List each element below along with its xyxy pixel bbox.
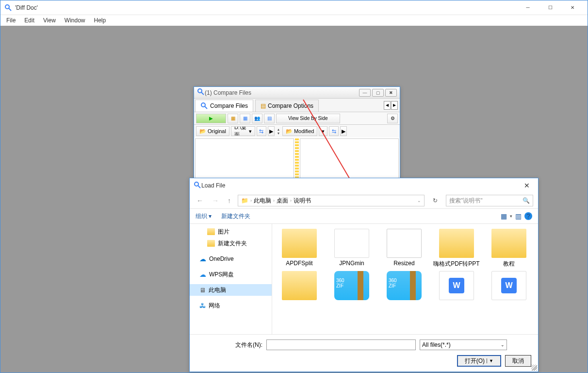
swap-button[interactable]: ⇆	[257, 126, 266, 136]
maximize-button[interactable]: ☐	[539, 0, 561, 15]
folder-thumb	[334, 229, 369, 258]
nav-up-button[interactable]: ↑	[226, 197, 233, 204]
tree-wps[interactable]: ☁WPS网盘	[190, 269, 272, 280]
toolbar-btn-3[interactable]: 👥	[252, 114, 262, 123]
toolbar-btn-2[interactable]: ▦	[240, 114, 250, 123]
svg-point-7	[195, 182, 198, 186]
file-item[interactable]	[276, 271, 323, 300]
onedrive-icon: ☁	[199, 255, 206, 263]
breadcrumb[interactable]: 📁 › 此电脑 › 桌面 › 说明书 ⌄	[238, 195, 425, 206]
crumb-desktop[interactable]: 桌面	[277, 197, 288, 205]
menu-file[interactable]: File	[2, 16, 19, 25]
compare-title-bar[interactable]: (1) Compare Files — ▢ ✖	[194, 87, 400, 99]
file-item[interactable]: APDFSplit	[276, 229, 323, 268]
app-icon	[4, 4, 12, 12]
compare-files-icon	[200, 102, 208, 110]
menu-view[interactable]: View	[39, 16, 60, 25]
organize-button[interactable]: 组织 ▾	[196, 212, 212, 220]
file-item[interactable]	[433, 271, 480, 300]
dialog-title-bar[interactable]: Load File ✕	[190, 178, 538, 193]
menu-edit[interactable]: Edit	[20, 16, 38, 25]
dialog-button-row: 打开(O)▼ 取消	[196, 355, 531, 367]
child-minimize-button[interactable]: —	[359, 89, 371, 97]
filetype-filter[interactable]: All files(*.*)⌄	[420, 339, 507, 350]
options-icon: ▤	[261, 102, 266, 109]
folder-icon	[207, 228, 215, 235]
file-item[interactable]: Resized	[381, 229, 427, 268]
vertical-separator: ▲▼	[276, 126, 281, 136]
svg-point-0	[5, 5, 9, 9]
nav-right-small[interactable]: ▶	[268, 126, 275, 136]
tab-compare-options[interactable]: ▤ Compare Options	[255, 100, 319, 112]
close-button[interactable]: ✕	[561, 0, 584, 15]
folder-tree: 图片 新建文件夹 ☁OneDrive ☁WPS网盘 🖥此电脑 🖧网络	[190, 224, 272, 334]
file-item[interactable]: 教程	[486, 229, 532, 268]
nav-right-small-2[interactable]: ▶	[340, 126, 347, 136]
settings-button[interactable]: ⚙	[387, 114, 398, 123]
tree-new-folder[interactable]: 新建文件夹	[190, 237, 272, 249]
navigation-row: ← → ↑ 📁 › 此电脑 › 桌面 › 说明书 ⌄ ↻ 搜索"说明书" 🔍	[190, 193, 538, 208]
toolbar-btn-4[interactable]: ▤	[264, 114, 275, 123]
file-grid[interactable]: APDFSplit JPNGmin Resized 嗨格式PDF转PPT 教程	[272, 224, 538, 334]
file-item[interactable]	[486, 271, 532, 300]
menu-help[interactable]: Help	[90, 16, 110, 25]
tree-this-pc[interactable]: 🖥此电脑	[190, 284, 272, 296]
zip-thumb	[334, 271, 369, 300]
tab-compare-files[interactable]: Compare Files	[195, 100, 253, 112]
view-thumbnails-icon[interactable]: ▦	[501, 212, 507, 220]
dialog-bottom-panel: 文件名(N): All files(*.*)⌄ 打开(O)▼ 取消	[190, 334, 538, 372]
file-item[interactable]: JPNGmin	[328, 229, 375, 268]
folder-icon: 📁	[241, 197, 248, 204]
folder-icon: 📂	[199, 128, 206, 135]
word-thumb	[439, 271, 474, 300]
minimize-button[interactable]: ─	[517, 0, 539, 15]
tree-onedrive[interactable]: ☁OneDrive	[190, 253, 272, 265]
new-folder-button[interactable]: 新建文件夹	[221, 212, 250, 220]
file-path-row: 📂Original D:\桌面 ▾ ⇆ ▶ ▲▼ 📂Modified ▾ ⇆ ▶	[194, 125, 400, 137]
nav-back-button[interactable]: ←	[195, 197, 205, 204]
crumb-current[interactable]: 说明书	[294, 197, 311, 205]
tree-network[interactable]: 🖧网络	[190, 300, 272, 311]
menu-window[interactable]: Window	[61, 16, 89, 25]
tree-pictures[interactable]: 图片	[190, 226, 272, 237]
swap-button-right[interactable]: ⇆	[329, 126, 339, 136]
nav-forward-button[interactable]: →	[210, 197, 221, 204]
file-item[interactable]: 嗨格式PDF转PPT	[433, 229, 480, 268]
run-compare-button[interactable]: ▶	[196, 114, 226, 123]
modified-open-button[interactable]: 📂Modified	[282, 126, 318, 136]
search-placeholder: 搜索"说明书"	[449, 197, 483, 205]
resize-grip[interactable]	[531, 365, 537, 371]
tab-compare-options-label: Compare Options	[268, 102, 313, 109]
tab-nav-left[interactable]: ◀	[384, 101, 391, 110]
child-close-button[interactable]: ✖	[385, 89, 397, 97]
original-path-input[interactable]: D:\桌面 ▾	[231, 126, 255, 136]
original-open-button[interactable]: 📂Original	[196, 126, 229, 136]
load-file-dialog: Load File ✕ ← → ↑ 📁 › 此电脑 › 桌面 › 说明书 ⌄	[189, 178, 539, 372]
file-item[interactable]	[328, 271, 375, 300]
svg-line-5	[205, 106, 207, 109]
cancel-button[interactable]: 取消	[505, 355, 531, 367]
view-side-by-side-button[interactable]: View Side By Side	[276, 114, 340, 123]
organize-row: 组织 ▾ 新建文件夹 ▦ ▾ ▥ ?	[190, 208, 538, 224]
folder-icon	[207, 240, 215, 247]
tab-nav-right[interactable]: ▶	[391, 101, 398, 110]
open-button[interactable]: 打开(O)▼	[457, 355, 501, 367]
network-icon: 🖧	[199, 302, 206, 309]
dialog-close-button[interactable]: ✕	[520, 178, 534, 193]
child-maximize-button[interactable]: ▢	[372, 89, 384, 97]
filename-row: 文件名(N): All files(*.*)⌄	[196, 339, 531, 350]
view-details-icon[interactable]: ▥	[515, 212, 522, 220]
modified-path-dropdown[interactable]: ▾	[319, 126, 327, 136]
folder-thumb	[439, 229, 474, 258]
filename-input[interactable]	[266, 339, 416, 350]
crumb-this-pc[interactable]: 此电脑	[254, 197, 271, 205]
search-input[interactable]: 搜索"说明书" 🔍	[446, 195, 533, 206]
file-item[interactable]	[381, 271, 427, 300]
window-title: 'Diff Doc'	[15, 4, 517, 11]
refresh-button[interactable]: ↻	[429, 197, 441, 204]
folder-thumb	[387, 229, 422, 258]
word-thumb	[491, 271, 526, 300]
toolbar-btn-1[interactable]: ▦	[228, 114, 238, 123]
file-browser-body: 图片 新建文件夹 ☁OneDrive ☁WPS网盘 🖥此电脑 🖧网络 APDFS…	[190, 224, 538, 334]
help-icon[interactable]: ?	[524, 212, 532, 220]
